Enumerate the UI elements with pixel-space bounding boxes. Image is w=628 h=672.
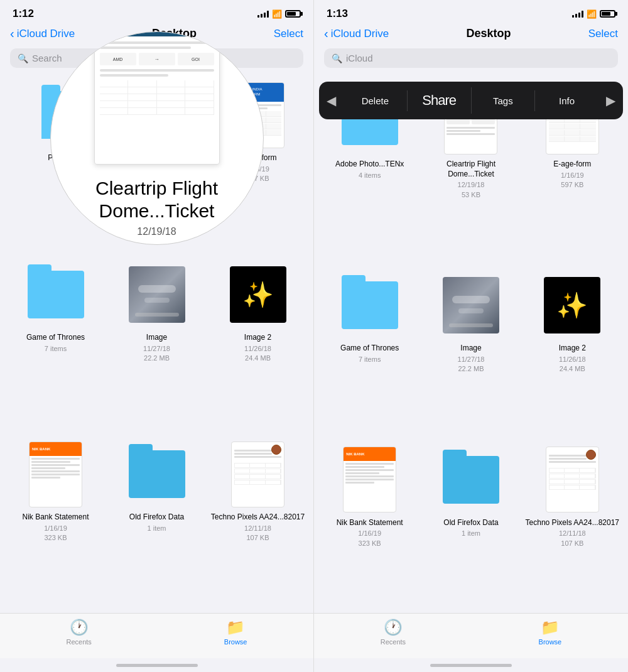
left-nik-item[interactable]: NIK BANK Nik Bank Statement 1/16/19 323 …: [5, 433, 106, 613]
left-oldff-item[interactable]: Old Firefox Data 1 item: [106, 433, 207, 613]
right-india-doc-icon: [546, 447, 599, 512]
left-back-label: iCloud Drive: [17, 28, 75, 40]
left-oldff-meta: 1 item: [148, 524, 166, 533]
left-recents-label: Recents: [66, 638, 91, 646]
left-search-placeholder: Search: [32, 53, 62, 63]
left-image2-thumb: ✨: [224, 260, 293, 329]
right-nik-name: Nik Bank Statement: [337, 518, 403, 528]
left-preview-doc-body: AMD → GOI: [95, 36, 219, 120]
right-got-item[interactable]: Game of Thrones 7 items: [319, 264, 420, 438]
right-image-meta2: 22.2 MB: [458, 364, 484, 374]
right-context-tags-button[interactable]: Tags: [472, 90, 536, 111]
right-oldff-name: Old Firefox Data: [443, 518, 498, 528]
right-got-name: Game of Thrones: [340, 344, 399, 354]
right-cleartrip-meta2: 53 KB: [462, 190, 480, 200]
right-status-icons: 📶: [572, 9, 615, 19]
right-image2-meta2: 24.4 MB: [560, 364, 585, 374]
right-nav-title: Desktop: [467, 27, 511, 40]
left-tab-recents[interactable]: 🕐 Recents: [66, 619, 91, 646]
right-eage-meta2: 597 KB: [561, 180, 583, 190]
left-image2-name: Image 2: [244, 333, 271, 343]
left-got-item[interactable]: Game of Thrones 7 items: [5, 254, 106, 433]
right-image2-name: Image 2: [559, 344, 586, 354]
left-image2-meta2: 24.4 MB: [245, 354, 271, 363]
right-search-bar[interactable]: 🔍 iCloud: [324, 48, 618, 68]
left-tab-browse[interactable]: 📁 Browse: [224, 619, 247, 646]
right-techno-name: Techno Pixels AA24...82017: [526, 518, 619, 528]
left-techno-thumb: [224, 440, 293, 509]
right-image-meta1: 11/27/18: [458, 355, 485, 364]
right-image2-meta1: 11/26/18: [559, 355, 586, 364]
right-nik-meta2: 323 KB: [359, 539, 381, 548]
right-context-share-button[interactable]: Share: [408, 87, 472, 114]
right-home-bar: [430, 664, 512, 667]
left-image2-item[interactable]: ✨ Image 2 11/26/18 24.4 MB: [207, 254, 308, 433]
right-eage-name: E-age-form: [553, 160, 591, 170]
right-context-items: Delete Share Tags Info: [344, 87, 598, 114]
right-eage-meta1: 1/16/19: [561, 171, 584, 180]
right-got-thumb: [335, 271, 404, 340]
left-status-bar: 1:12 📶: [0, 0, 313, 24]
left-back-button[interactable]: ‹ iCloud Drive: [10, 26, 75, 41]
left-panel: 1:12 📶 ‹ iCloud Drive Desktop Select 🔍 S…: [0, 0, 314, 672]
right-adobe-name: Adobe Photo...TENx: [335, 160, 404, 170]
left-nik-meta1: 1/16/19: [44, 524, 67, 533]
right-context-left-arrow-icon[interactable]: ◀: [319, 93, 344, 108]
right-back-button[interactable]: ‹ iCloud Drive: [324, 26, 389, 41]
left-india-doc-icon: [231, 442, 284, 507]
left-techno-item[interactable]: Techno Pixels AA24...82017 12/11/18 107 …: [207, 433, 308, 613]
left-image2-meta1: 11/26/18: [244, 344, 271, 354]
wifi-icon: 📶: [272, 9, 282, 19]
right-signal-icon: [572, 10, 583, 18]
right-tab-recents[interactable]: 🕐 Recents: [381, 619, 406, 646]
right-recents-icon: 🕐: [384, 619, 403, 636]
left-recents-icon: 🕐: [70, 619, 89, 636]
left-status-icons: 📶: [257, 9, 301, 19]
left-image-item[interactable]: Image 11/27/18 22.2 MB: [106, 254, 207, 433]
right-image-thumb: [436, 271, 506, 340]
right-got-folder-icon: [342, 281, 398, 329]
left-search-icon: 🔍: [18, 53, 28, 63]
left-preview-doc: ✈ cleartrip AMD → GOI: [94, 31, 220, 165]
right-nik-doc-icon: NIK BANK: [343, 447, 396, 512]
right-cleartrip-name: Cleartrip Flight Dome...Ticket: [423, 160, 519, 179]
left-image-name: Image: [146, 333, 167, 343]
right-tab-browse[interactable]: 📁 Browse: [539, 619, 562, 646]
right-techno-meta2: 107 KB: [561, 539, 583, 548]
right-tab-bar: 🕐 Recents 📁 Browse: [314, 613, 628, 658]
right-nik-item[interactable]: NIK BANK Nik Bank Statement 1/16/19 323 …: [319, 439, 420, 613]
left-tab-bar: 🕐 Recents 📁 Browse: [0, 613, 313, 658]
right-oldff-item[interactable]: Old Firefox Data 1 item: [420, 439, 521, 613]
right-image2-thumb: ✨: [538, 271, 607, 340]
right-image2-item[interactable]: ✨ Image 2 11/26/18 24.4 MB: [522, 264, 623, 438]
right-context-info-button[interactable]: Info: [535, 90, 598, 111]
right-nav-bar: ‹ iCloud Drive Desktop Select: [314, 24, 628, 46]
left-techno-name: Techno Pixels AA24...82017: [211, 512, 305, 523]
right-context-delete-button[interactable]: Delete: [344, 90, 408, 111]
right-techno-item[interactable]: Techno Pixels AA24...82017 12/11/18 107 …: [522, 439, 623, 613]
right-image-item[interactable]: Image 11/27/18 22.2 MB: [420, 264, 521, 438]
right-panel: 1:13 📶 ‹ iCloud Drive Desktop Select 🔍 i…: [314, 0, 628, 672]
right-oldff-meta: 1 item: [462, 529, 480, 538]
right-search-icon: 🔍: [332, 53, 342, 63]
right-select-button[interactable]: Select: [588, 28, 618, 40]
left-browse-icon: 📁: [226, 619, 245, 636]
right-oldff-thumb: [436, 445, 506, 514]
right-back-arrow-icon: ‹: [324, 26, 328, 41]
right-context-right-arrow-icon[interactable]: ▶: [598, 93, 623, 108]
right-context-menu: ◀ Delete Share Tags Info ▶: [319, 82, 623, 119]
left-mech-icon: [129, 266, 185, 323]
right-time: 1:13: [327, 8, 348, 20]
left-browse-label: Browse: [224, 638, 247, 646]
left-back-arrow-icon: ‹: [10, 26, 14, 41]
left-techno-meta2: 107 KB: [246, 533, 269, 543]
left-nik-doc-icon: NIK BANK: [29, 442, 82, 507]
left-firework-icon: ✨: [230, 266, 286, 323]
left-nik-thumb: NIK BANK: [21, 440, 90, 509]
right-got-meta: 7 items: [359, 355, 381, 364]
right-recents-label: Recents: [381, 638, 406, 646]
left-image-meta1: 11/27/18: [143, 344, 170, 354]
right-nik-meta1: 1/16/19: [358, 529, 381, 538]
left-select-button[interactable]: Select: [274, 28, 303, 40]
left-got-name: Game of Thrones: [26, 333, 85, 343]
